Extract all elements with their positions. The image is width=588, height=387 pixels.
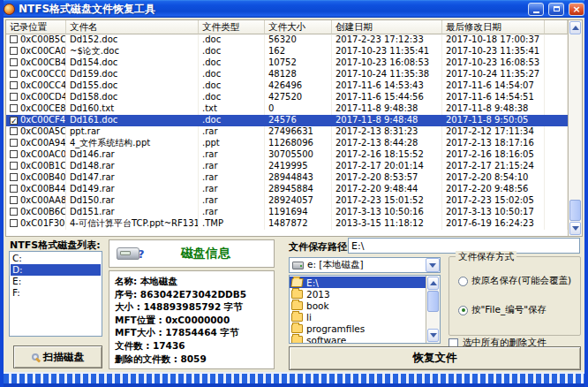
record-value: 0xC00A9400 [20,138,66,148]
folder-item[interactable]: programfiles [290,322,426,334]
maximize-icon [554,6,560,11]
disk-list-item[interactable]: E: [11,276,101,287]
row-checkbox[interactable] [10,173,18,181]
column-header-filename[interactable]: 文件名 [66,20,199,34]
record-cell: 0xC00AC000 [6,149,66,161]
folder-item[interactable]: E:\ [290,277,426,288]
table-scrollbar[interactable] [568,20,582,236]
scroll-up-button[interactable] [569,21,581,34]
folder-scroll-track[interactable] [426,291,440,328]
scan-disk-button[interactable]: 扫描磁盘 [13,345,102,368]
size-cell: 0 [265,103,332,115]
row-checkbox[interactable] [10,162,18,170]
folder-item[interactable]: book [290,300,426,311]
scroll-down-button[interactable] [569,222,581,235]
row-checkbox[interactable] [10,93,18,101]
combo-dropdown-button[interactable] [426,258,440,272]
table-row[interactable]: 0xC00B5C00Dd152.doc.doc563202017-2-23 17… [6,34,568,46]
disk-list-item[interactable]: F: [11,287,101,299]
column-header-filetype[interactable]: 文件类型 [199,20,265,34]
modified-cell: 2017-11-6 14:54:07 [442,80,545,92]
folder-name: 2013 [306,289,330,300]
row-checkbox[interactable] [10,185,18,193]
radio-option[interactable]: 按原名保存(可能会覆盖) [458,275,571,287]
folder-name: E:\ [306,277,319,288]
table-row[interactable]: 0xC01F30004-可信计算平台TCP.ppt~RF1319e....TMP… [6,218,568,230]
row-checkbox[interactable] [10,208,18,216]
created-cell: 2013-3-15 11:18:12 [332,218,442,230]
table-row[interactable]: 0xC00AC000Dd146.rar.rar307055002017-2-16… [6,149,568,161]
created-cell: 2017-11-8 9:48:48 [332,115,442,126]
modified-cell: 2017-3-13 10:50:17 [442,207,545,218]
record-value: 0xC00B1C00 [20,161,66,171]
type-cell: .rar [199,195,265,207]
close-button[interactable]: × [569,3,584,16]
radio-option[interactable]: 按"File_编号"保存 [458,304,547,316]
row-checkbox[interactable] [10,35,18,43]
record-cell: 0xC00CC400 [6,80,66,92]
file-table-header: 记录位置 文件名 文件类型 文件大小 创建日期 最后修改日期 [6,20,568,34]
drive-combobox[interactable]: e: [本地磁盘] [289,257,441,273]
created-cell: 2017-3-13 10:50:16 [332,207,442,218]
record-value: 0xC00B6C00 [20,207,66,216]
column-header-filesize[interactable]: 文件大小 [265,20,332,34]
row-checkbox[interactable] [10,70,18,78]
column-header-created[interactable]: 创建日期 [332,20,442,34]
table-row[interactable]: 0xC00CC400Dd155.doc.doc4264962017-11-6 1… [6,80,568,92]
folder-scroll-thumb[interactable] [427,291,439,312]
row-checkbox[interactable] [10,139,18,147]
row-checkbox[interactable] [10,219,18,227]
radio-label: 按"File_编号"保存 [471,304,547,316]
record-value: 0xC00CA000 [20,46,66,56]
row-checkbox[interactable] [10,81,18,89]
size-cell: 27496631 [265,126,332,138]
name-cell: Dd160.txt [66,103,199,115]
table-row[interactable]: 0xC00B1C00Dd148.rar.rar24199952017-2-17 … [6,161,568,172]
table-row[interactable]: ✓0xC00CF400Dd161.doc.doc245762017-11-8 9… [6,115,568,126]
minimize-button[interactable] [528,3,544,16]
folder-icon [291,313,303,322]
row-checkbox[interactable] [10,47,18,55]
scroll-thumb[interactable] [569,200,581,221]
disk-list-item[interactable]: D: [11,264,101,276]
recover-files-button[interactable]: 恢复文件 [289,346,581,370]
folder-scroll-down-button[interactable] [427,329,439,342]
row-checkbox[interactable] [10,127,18,135]
folder-scrollbar[interactable] [426,276,440,343]
table-row[interactable]: 0xC00CE800Dd160.txt.txt02017-11-8 9:48:3… [6,103,568,115]
folder-item[interactable]: li [290,311,426,322]
folder-scroll-up-button[interactable] [427,277,439,290]
table-row[interactable]: 0xC00A94004_文件系统结构.ppt.ppt112680962017-2… [6,138,568,149]
name-cell: Dd161.doc [66,115,199,126]
scroll-track[interactable] [569,35,582,221]
row-checkbox[interactable]: ✓ [10,117,18,125]
maximize-button[interactable] [548,3,564,16]
table-row[interactable]: 0xC00AA800Dd150.rar.rar289240572017-2-23… [6,195,568,207]
column-header-record[interactable]: 记录位置 [6,20,66,34]
table-row[interactable]: 0xC00B4000Dd147.rar.rar289448432017-2-20… [6,172,568,184]
row-checkbox[interactable] [10,150,18,158]
row-checkbox[interactable] [10,58,18,66]
table-row[interactable]: 0xC00CB400Dd154.doc.doc107522017-10-23 1… [6,57,568,69]
type-cell: .txt [199,103,265,115]
table-row[interactable]: 0xC00CC000Dd159.doc.doc481282017-10-24 1… [6,69,568,80]
table-row[interactable]: 0xC00A5C00ppt.rar.rar274966312017-2-13 8… [6,126,568,138]
type-cell: .doc [199,57,265,69]
disk-info-header: ? 磁盘信息 [109,239,275,268]
column-header-modified[interactable]: 最后修改日期 [442,20,545,34]
row-checkbox[interactable] [10,104,18,112]
folder-item[interactable]: software [290,334,426,343]
disk-listbox: C:D:E:F: [9,251,102,337]
table-row[interactable]: 0xC00CA000~$论文.doc.doc1622017-10-23 11:3… [6,46,568,57]
row-checkbox[interactable] [10,196,18,204]
modified-cell: 2017-2-12 17:11:34 [442,126,545,138]
folder-list: E:\2013bookliprogramfilessoftware [289,275,441,344]
table-row[interactable]: 0xC00B4400Dd149.rar.rar289458842017-2-20… [6,184,568,195]
folder-item[interactable]: 2013 [290,288,426,300]
record-value: 0xC00CC000 [20,69,66,79]
table-row[interactable]: 0xC00B6C00Dd151.rar.rar11916942017-3-13 … [6,207,568,218]
disk-list-item[interactable]: C: [11,253,101,264]
blank-cell [545,34,568,46]
table-row[interactable]: 0xC00CD400Dd158.doc.doc4275202017-11-6 1… [6,92,568,103]
record-cell: 0xC00B6C00 [6,207,66,218]
